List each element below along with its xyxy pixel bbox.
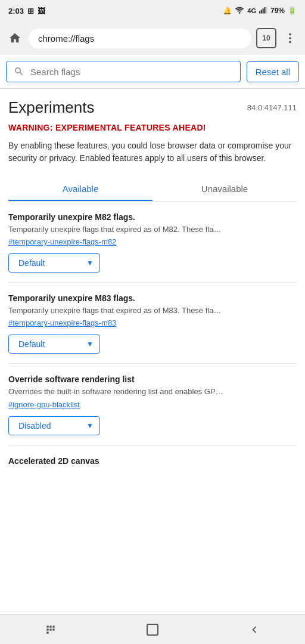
main-content: Experiments 84.0.4147.111 WARNING: EXPER… [0, 89, 305, 513]
svg-rect-15 [47, 631, 49, 633]
svg-rect-4 [264, 7, 265, 14]
reset-all-button[interactable]: Reset all [247, 61, 299, 82]
svg-rect-12 [47, 628, 49, 630]
grid-icon: ⊞ [27, 7, 34, 16]
svg-rect-16 [147, 624, 158, 635]
svg-rect-3 [263, 8, 264, 13]
svg-rect-2 [261, 10, 262, 13]
version-number: 84.0.4147.111 [247, 98, 297, 112]
flag-select-wrapper-gpu[interactable]: Default Enabled Disabled ▼ [8, 416, 100, 435]
time: 2:03 [8, 7, 24, 16]
signal-bars-icon [259, 7, 267, 16]
page-title: Experiments [8, 98, 95, 117]
flag-title: Temporarily unexpire M83 flags. [8, 293, 297, 303]
signal-icon: 4G [247, 7, 256, 14]
status-right: 🔔 4G 79% 🔋 [223, 7, 297, 16]
flag-desc: Overrides the built-in software renderin… [8, 386, 297, 397]
url-text: chrome://flags [38, 33, 94, 44]
flag-select-gpu[interactable]: Default Enabled Disabled [9, 417, 80, 435]
chevron-down-icon: ▼ [80, 340, 99, 348]
battery: 79% [270, 7, 285, 15]
home-nav-button[interactable] [144, 621, 161, 639]
svg-rect-13 [50, 628, 52, 630]
flag-select-m82[interactable]: Default Enabled Disabled [9, 254, 80, 272]
tabs-container: Available Unavailable [8, 177, 297, 202]
chevron-down-icon: ▼ [80, 422, 99, 430]
svg-rect-11 [53, 626, 55, 627]
search-area: Reset all [0, 55, 305, 89]
flag-item-m83: Temporarily unexpire M83 flags. Temporar… [8, 283, 297, 364]
browser-toolbar: chrome://flags 10 [0, 21, 305, 55]
flag-item-gpu: Override software rendering list Overrid… [8, 364, 297, 445]
flag-item-canvas: Accelerated 2D canvas [8, 445, 297, 478]
search-input[interactable] [30, 67, 233, 77]
battery-icon: 🔋 [288, 7, 297, 15]
image-icon: 🖼 [38, 7, 45, 16]
tab-count: 10 [262, 34, 270, 42]
svg-rect-10 [50, 626, 52, 627]
flag-anchor[interactable]: #temporary-unexpire-flags-m83 [8, 318, 297, 327]
search-input-wrapper[interactable] [6, 61, 241, 82]
svg-point-8 [289, 41, 291, 44]
description-text: By enabling these features, you could lo… [8, 140, 297, 165]
nav-bar [0, 614, 305, 644]
wifi-icon [235, 7, 244, 16]
svg-rect-14 [53, 628, 55, 630]
flag-title: Temporarily unexpire M82 flags. [8, 212, 297, 222]
warning-text: WARNING: EXPERIMENTAL FEATURES AHEAD! [8, 123, 297, 132]
menu-button[interactable] [281, 29, 299, 47]
flag-anchor[interactable]: #ignore-gpu-blacklist [8, 400, 297, 409]
chevron-down-icon: ▼ [80, 259, 99, 267]
alarm-icon: 🔔 [223, 7, 232, 15]
svg-rect-5 [266, 7, 267, 13]
home-button[interactable] [6, 29, 24, 47]
status-left: 2:03 ⊞ 🖼 [8, 7, 45, 16]
address-bar[interactable]: chrome://flags [29, 29, 251, 48]
flag-select-m83[interactable]: Default Enabled Disabled [9, 335, 80, 353]
svg-point-0 [239, 12, 241, 14]
status-bar: 2:03 ⊞ 🖼 🔔 4G 79% 🔋 [0, 0, 305, 21]
svg-point-6 [289, 33, 291, 36]
tab-unavailable[interactable]: Unavailable [152, 177, 297, 201]
svg-point-7 [289, 37, 291, 39]
svg-rect-9 [47, 626, 49, 627]
flag-select-wrapper-m82[interactable]: Default Enabled Disabled ▼ [8, 253, 100, 273]
recents-button[interactable] [42, 621, 60, 639]
flag-title: Override software rendering list [8, 374, 297, 384]
svg-rect-1 [259, 11, 260, 13]
back-button[interactable] [245, 621, 263, 639]
flag-desc: Temporarily unexpire flags that expired … [8, 224, 297, 235]
tab-available[interactable]: Available [8, 177, 152, 201]
experiments-header: Experiments 84.0.4147.111 [8, 98, 297, 117]
flag-select-wrapper-m83[interactable]: Default Enabled Disabled ▼ [8, 335, 100, 354]
flag-anchor[interactable]: #temporary-unexpire-flags-m82 [8, 237, 297, 246]
search-icon [14, 66, 24, 77]
tab-count-button[interactable]: 10 [256, 28, 276, 48]
flag-desc: Temporarily unexpire flags that expired … [8, 305, 297, 316]
flag-item-m82: Temporarily unexpire M82 flags. Temporar… [8, 202, 297, 283]
flag-title: Accelerated 2D canvas [8, 456, 297, 466]
